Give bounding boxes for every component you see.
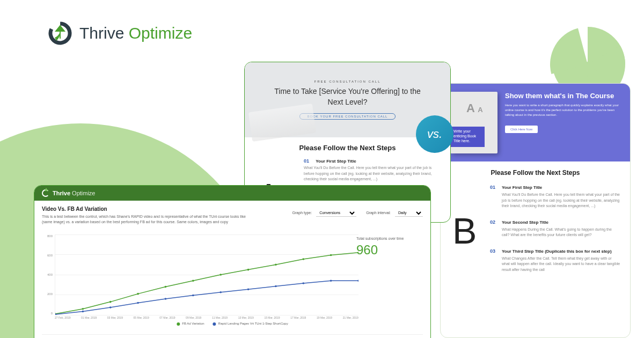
dashboard-chart: 8006004002000 Total subscriptions over t… [42, 234, 423, 315]
legend-item: Rapid Landing Pages Vrt TUni 1-Step Shor… [213, 322, 288, 325]
graph-type-select[interactable]: Conversions [316, 209, 356, 217]
book-graphic: A A Write your enticing Book Title here. [450, 92, 497, 153]
legend-item: FB Ad Variation [177, 322, 204, 325]
svg-point-24 [357, 280, 358, 282]
svg-point-9 [275, 263, 277, 266]
svg-point-21 [275, 285, 277, 287]
variation-letter-b: B [452, 210, 477, 252]
svg-point-5 [165, 285, 167, 288]
graph-interval-select[interactable]: Daily [395, 209, 423, 217]
total-value: 960 [356, 243, 415, 258]
hero-eyebrow: FREE CONSULTATION CALL [314, 80, 380, 83]
svg-point-8 [247, 268, 250, 270]
variation-b-hero: A A Write your enticing Book Title here.… [441, 84, 630, 161]
brand-logo-mark [48, 21, 72, 45]
step-item: 01 Your First Step Title What You'll Do … [304, 158, 440, 182]
dashboard-logo: Thrive Optimize [42, 189, 95, 197]
graph-interval-control: Graph interval: Daily [366, 209, 423, 217]
steps-title: Please Follow the Next Steps [441, 169, 630, 177]
step-item: 03Your Third Step Title (Duplicate this … [490, 248, 620, 273]
brand-logo-text: Thrive Optimize [79, 24, 192, 42]
dashboard-test-description: This is a test between the control, whic… [42, 214, 257, 225]
brand-logo: Thrive Optimize [48, 21, 192, 45]
variation-b-card: A A Write your enticing Book Title here.… [440, 83, 631, 338]
svg-point-23 [330, 280, 332, 282]
dashboard-card: Thrive Optimize Video Vs. FB Ad Variatio… [34, 185, 431, 338]
svg-point-2 [82, 308, 84, 310]
svg-point-10 [302, 258, 304, 260]
svg-point-11 [330, 254, 332, 256]
graph-type-control: Graph type: Conversions [292, 209, 357, 217]
svg-point-19 [219, 291, 222, 293]
svg-point-20 [247, 288, 250, 290]
svg-point-4 [137, 292, 139, 295]
hero-b-body: Here you want to write a short paragraph… [505, 103, 620, 117]
svg-point-3 [109, 300, 112, 303]
step-item: 02Your Second Step TitleWhat Happens Dur… [490, 219, 620, 238]
svg-point-6 [192, 280, 194, 282]
dashboard-header: Thrive Optimize [34, 186, 430, 201]
svg-point-16 [137, 302, 139, 304]
svg-point-22 [302, 282, 304, 284]
hero-b-title: Show them what's in The Course [505, 92, 620, 100]
results-table-header: Variation NameTrafficVisitorsUnique Visi… [42, 334, 423, 338]
svg-point-15 [109, 306, 112, 308]
vs-badge: vs. [416, 115, 453, 153]
svg-point-17 [165, 298, 167, 300]
svg-point-7 [219, 274, 222, 276]
total-label: Total subscriptions over time [356, 237, 415, 240]
svg-point-18 [192, 294, 194, 296]
hero-b-cta-button[interactable]: Click Here Now [505, 126, 538, 133]
step-item: 01Your First Step TitleWhat You'll Do Be… [490, 184, 620, 209]
hero-headline: Time to Take [Service You're Offering] t… [273, 86, 423, 107]
